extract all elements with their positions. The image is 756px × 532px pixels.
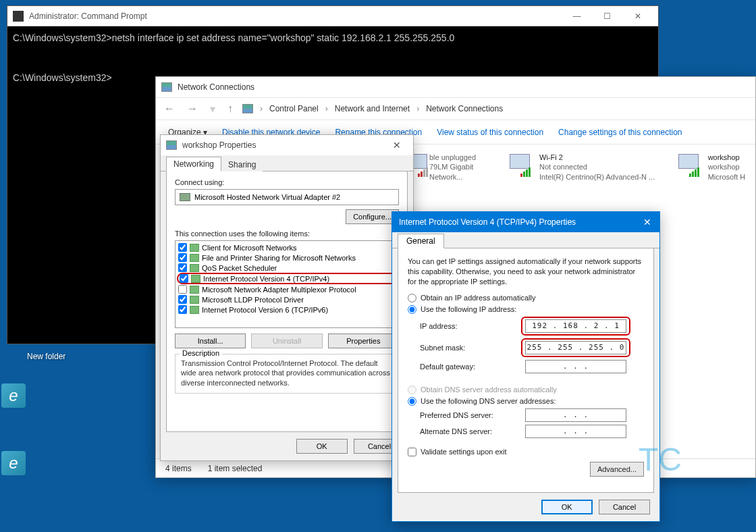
minimize-button[interactable]: — [562,7,592,26]
tb-viewstatus[interactable]: View status of this connection [437,128,543,137]
radio-auto-ip[interactable]: Obtain an IP address automatically [408,294,644,302]
protocol-icon [190,306,199,314]
nc-title: Network Connections [178,82,254,92]
subnet-mask-label: Subnet mask: [420,344,521,352]
list-item-ipv4[interactable]: Internet Protocol Version 4 (TCP/IPv4) [177,273,397,284]
intro-text: You can get IP settings assigned automat… [408,257,644,287]
close-button[interactable]: ✕ [635,212,659,232]
list-item[interactable]: Client for Microsoft Networks [177,242,397,252]
checkbox[interactable] [178,243,187,252]
ipv4-titlebar[interactable]: Internet Protocol Version 4 (TCP/IPv4) P… [392,212,659,232]
properties-button[interactable]: Properties [328,334,399,348]
nc-navbar: ← → ▾ ↑ › Control Panel › Network and In… [156,97,755,120]
connect-using-label: Connect using: [175,178,399,186]
close-button[interactable]: ✕ [386,140,408,151]
alternate-dns-input[interactable]: . . . [525,425,626,438]
props-tabs: Networking Sharing [161,155,413,171]
subnet-mask-input[interactable]: 255 . 255 . 255 . 0 [525,341,626,354]
tab-networking[interactable]: Networking [166,157,221,171]
adapter-workshop[interactable]: workshop workshop Microsoft H [676,153,747,182]
ip-address-highlight: 192 . 168 . 2 . 1 [521,317,630,336]
ok-button[interactable]: OK [541,500,593,514]
default-gateway-label: Default gateway: [420,363,521,371]
tab-sharing[interactable]: Sharing [221,158,263,171]
props-body: Connect using: Microsoft Hosted Network … [166,171,408,432]
adapter-wifi2[interactable]: Wi-Fi 2 Not connected Intel(R) Centrino(… [507,153,657,182]
radio[interactable] [408,305,416,314]
radio[interactable] [408,397,416,406]
ip-address-input[interactable]: 192 . 168 . 2 . 1 [525,319,626,333]
cmd-titlebar[interactable]: Administrator: Command Prompt — ☐ ✕ [7,6,658,26]
list-item[interactable]: Microsoft Network Adapter Multiplexor Pr… [177,284,397,294]
description-legend: Description [180,349,222,357]
adapter-properties-dialog: workshop Properties ✕ Networking Sharing… [160,134,414,461]
radio-static-dns[interactable]: Use the following DNS server addresses: [408,397,644,406]
nav-history-icon[interactable]: ▾ [207,103,218,115]
preferred-dns-label: Preferred DNS server: [420,411,521,419]
crumb-network-internet[interactable]: Network and Internet [335,104,410,113]
advanced-button[interactable]: Advanced... [590,462,644,477]
ipv4-footer: OK Cancel [392,493,659,521]
description-group: Description Transmission Control Protoco… [175,354,399,394]
list-item[interactable]: Internet Protocol Version 6 (TCP/IPv6) [177,304,397,315]
preferred-dns-input[interactable]: . . . [525,408,626,422]
folder-icon [242,104,253,113]
items-label: This connection uses the following items… [175,230,399,238]
cmd-title: Administrator: Command Prompt [29,11,562,21]
nic-icon [180,193,190,201]
checkbox[interactable] [178,305,187,314]
description-text: Transmission Control Protocol/Internet P… [181,358,393,388]
nav-back-icon[interactable]: ← [161,103,178,115]
list-item[interactable]: QoS Packet Scheduler [177,263,397,273]
validate-row[interactable]: Validate settings upon exit [408,448,644,456]
nc-titlebar[interactable]: Network Connections [156,77,755,97]
ipv4-tabs: General [392,232,659,248]
radio[interactable] [408,294,416,302]
protocol-items-list[interactable]: Client for Microsoft Networks File and P… [175,240,399,328]
validate-checkbox[interactable] [408,448,416,456]
default-gateway-input[interactable]: . . . [525,360,626,373]
checkbox[interactable] [180,274,188,283]
ipv4-properties-dialog: Internet Protocol Version 4 (TCP/IPv4) P… [392,211,660,522]
adapter-icon [676,153,704,177]
checkbox[interactable] [178,263,187,272]
crumb-control-panel[interactable]: Control Panel [269,104,319,113]
subnet-mask-highlight: 255 . 255 . 255 . 0 [521,338,630,357]
adapter-name-box: Microsoft Hosted Network Virtual Adapter… [175,189,399,205]
props-titlebar[interactable]: workshop Properties ✕ [161,135,413,155]
desktop-ie-icon-2[interactable]: e [1,451,26,475]
alternate-dns-label: Alternate DNS server: [420,427,521,435]
checkbox[interactable] [178,253,187,262]
cancel-button[interactable]: Cancel [599,500,650,514]
maximize-button[interactable]: ☐ [592,7,622,26]
tb-changesettings[interactable]: Change settings of this connection [558,128,682,137]
checkbox[interactable] [178,295,187,304]
ok-button[interactable]: OK [296,439,348,454]
uninstall-button: Uninstall [251,334,322,348]
desktop-label-new-folder[interactable]: New folder [27,352,65,361]
close-button[interactable]: ✕ [622,7,653,26]
props-title: workshop Properties [182,140,386,150]
props-footer: OK Cancel [161,432,413,460]
nc-icon [161,82,172,92]
status-item-count: 4 items [165,464,192,473]
list-item[interactable]: File and Printer Sharing for Microsoft N… [177,252,397,263]
crumb-network-connections[interactable]: Network Connections [426,104,503,113]
service-icon [190,244,199,252]
ipv4-title: Internet Protocol Version 4 (TCP/IPv4) P… [399,217,635,227]
protocol-icon [190,286,199,294]
status-selected-count: 1 item selected [208,464,263,473]
list-item[interactable]: Microsoft LLDP Protocol Driver [177,294,397,304]
service-icon [190,254,199,262]
radio-static-ip[interactable]: Use the following IP address: [408,305,644,314]
install-button[interactable]: Install... [175,334,246,348]
checkbox[interactable] [178,285,187,294]
desktop-ie-icon[interactable]: e [1,383,26,408]
service-icon [190,264,199,272]
nav-up-icon[interactable]: ↑ [225,103,236,115]
tab-general[interactable]: General [398,234,444,248]
nav-forward-icon[interactable]: → [184,103,200,115]
radio-auto-dns: Obtain DNS server address automatically [408,385,644,394]
adapter-ethernet[interactable]: ble unplugged 79LM Gigabit Network... [404,153,488,182]
cmd-line: C:\Windows\system32>netsh interface ip s… [13,32,454,43]
